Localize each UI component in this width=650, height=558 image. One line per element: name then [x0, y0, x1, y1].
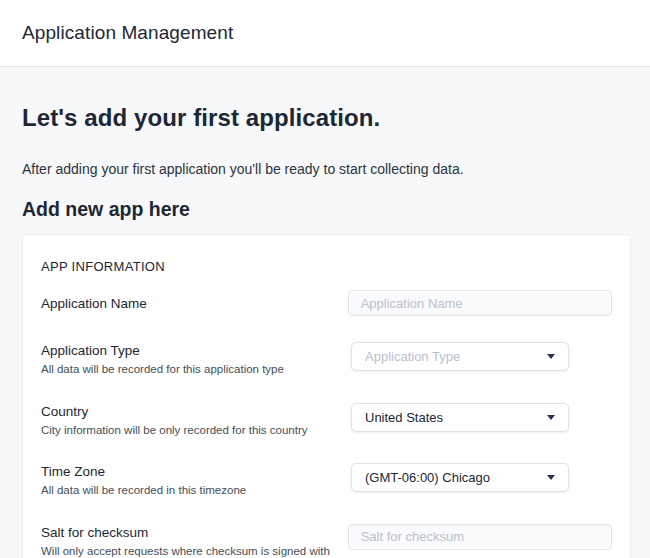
salt-for-checksum-input[interactable] — [348, 524, 612, 550]
form-row-application-name: Application Name — [41, 290, 612, 316]
country-select-value: United States — [365, 410, 443, 425]
field-help-application-type: All data will be recorded for this appli… — [41, 362, 336, 377]
field-label-application-type: Application Type — [41, 342, 339, 359]
caret-down-icon — [547, 475, 555, 480]
page-title: Application Management — [22, 22, 233, 44]
field-help-time-zone: All data will be recorded in this timezo… — [41, 483, 336, 498]
hero-subtitle: After adding your first application you'… — [22, 159, 631, 179]
app-information-section-title: APP INFORMATION — [41, 259, 612, 274]
form-row-salt-for-checksum: Salt for checksum Will only accept reque… — [41, 524, 612, 558]
field-label-salt-for-checksum: Salt for checksum — [41, 524, 336, 541]
timezone-select[interactable]: (GMT-06:00) Chicago — [351, 463, 569, 492]
application-name-input[interactable] — [348, 290, 612, 316]
field-label-application-name: Application Name — [41, 295, 336, 312]
application-type-select-value: Application Type — [365, 349, 460, 364]
caret-down-icon — [547, 415, 555, 420]
field-label-group: Application Name — [41, 295, 348, 312]
application-type-select[interactable]: Application Type — [351, 342, 569, 371]
caret-down-icon — [547, 354, 555, 359]
app-form-card: APP INFORMATION Application Name Applica… — [22, 234, 631, 558]
field-help-country: City information will be only recorded f… — [41, 423, 336, 438]
field-label-group: Salt for checksum Will only accept reque… — [41, 524, 348, 558]
field-label-country: Country — [41, 403, 339, 420]
hero-heading: Let's add your first application. — [22, 103, 631, 133]
page-header: Application Management — [0, 0, 650, 67]
field-help-salt-for-checksum: Will only accept requests where checksum… — [41, 544, 336, 558]
form-row-time-zone: Time Zone All data will be recorded in t… — [41, 463, 612, 498]
form-row-application-type: Application Type All data will be record… — [41, 342, 612, 377]
section-heading-add-new-app: Add new app here — [22, 196, 631, 222]
form-row-country: Country City information will be only re… — [41, 403, 612, 438]
timezone-select-value: (GMT-06:00) Chicago — [365, 470, 490, 485]
field-label-group: Country City information will be only re… — [41, 403, 351, 438]
field-label-time-zone: Time Zone — [41, 463, 339, 480]
field-label-group: Application Type All data will be record… — [41, 342, 351, 377]
main-content: Let's add your first application. After … — [0, 103, 650, 558]
field-label-group: Time Zone All data will be recorded in t… — [41, 463, 351, 498]
country-select[interactable]: United States — [351, 403, 569, 432]
